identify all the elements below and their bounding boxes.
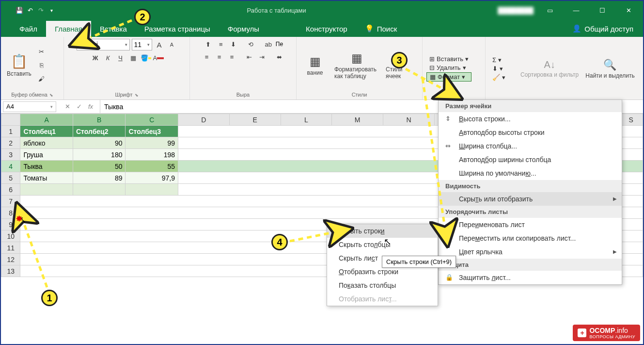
format-painter-icon[interactable]: 🖌 <box>36 74 47 84</box>
tab-home[interactable]: Главная <box>46 21 91 37</box>
autosum-button[interactable]: Σ▾ <box>489 56 508 64</box>
menu-rename-sheet[interactable]: Переименовать лист <box>439 218 622 231</box>
share-button[interactable]: 👤Общий доступ <box>564 20 643 37</box>
col-header[interactable]: E <box>229 114 281 126</box>
font-color-icon[interactable]: A <box>153 52 164 63</box>
indent-dec-icon[interactable]: ⇤ <box>244 51 255 62</box>
cell[interactable]: 99 <box>126 137 178 149</box>
tell-me-search[interactable]: 💡Поиск <box>356 20 406 37</box>
tab-file[interactable]: Файл <box>11 21 46 37</box>
col-header[interactable]: B <box>73 114 126 126</box>
redo-icon[interactable]: ↷ <box>37 6 45 14</box>
col-header[interactable]: S <box>619 114 643 126</box>
row-header[interactable]: 10 <box>1 230 20 242</box>
menu-default-width[interactable]: Ширина по умолчанию... <box>439 166 622 180</box>
cell[interactable]: Столбец1 <box>20 126 73 137</box>
find-select-button[interactable]: 🔍Найти и выделить <box>583 58 636 80</box>
row-header[interactable]: 5 <box>1 172 20 184</box>
enter-formula-icon[interactable]: ✓ <box>74 103 84 110</box>
align-center-icon[interactable]: ≡ <box>214 51 225 62</box>
user-name[interactable]: ████████ <box>498 7 534 14</box>
menu-hide-rows[interactable]: Скрыть строки <box>327 224 438 238</box>
save-icon[interactable]: 💾 <box>16 6 23 14</box>
row-header[interactable]: 12 <box>1 254 20 265</box>
col-header[interactable]: L <box>281 114 332 126</box>
menu-autofit-col[interactable]: Автоподбор ширины столбца <box>439 153 622 166</box>
italic-button[interactable]: К <box>103 52 113 63</box>
menu-col-width[interactable]: ⇔Ширина столбца... <box>439 139 622 153</box>
row-header[interactable]: 6 <box>1 184 20 196</box>
row-header[interactable]: 3 <box>1 149 20 161</box>
qat-more-icon[interactable]: ▾ <box>47 6 55 14</box>
select-all-corner[interactable] <box>1 114 20 126</box>
border-icon[interactable]: ▦ <box>128 52 139 63</box>
align-left-icon[interactable]: ≡ <box>202 51 212 62</box>
menu-show-cols[interactable]: Показать столбцы <box>327 279 438 292</box>
wrap-text-icon[interactable]: ab <box>263 39 274 49</box>
menu-tab-color[interactable]: Цвет ярлычка▶ <box>439 245 622 259</box>
col-header[interactable]: C <box>126 114 178 126</box>
copy-icon[interactable]: ⎘ <box>36 60 47 71</box>
tab-constructor[interactable]: Конструктор <box>297 21 356 37</box>
fx-icon[interactable]: fx <box>85 103 96 110</box>
name-box[interactable]: A4▾ <box>3 101 56 112</box>
tab-insert[interactable]: Вставка <box>91 21 136 37</box>
align-middle-icon[interactable]: ≡ <box>216 39 226 49</box>
menu-protect-sheet[interactable]: 🔒Защитить лист... <box>439 271 622 284</box>
cell[interactable]: 180 <box>73 149 126 161</box>
tab-formulas[interactable]: Формулы <box>219 21 268 37</box>
format-as-table-button[interactable]: ▦Форматировать как таблицу <box>332 50 381 81</box>
row-header[interactable]: 11 <box>1 242 20 254</box>
menu-move-sheet[interactable]: Переместить или скопировать лист... <box>439 231 622 245</box>
fill-color-icon[interactable]: 🪣 <box>141 52 151 63</box>
row-header[interactable]: 7 <box>1 196 20 207</box>
grow-font-icon[interactable]: A <box>154 39 165 50</box>
cells-format-button[interactable]: ▦Формат ▾ <box>426 72 471 82</box>
col-header[interactable]: N <box>383 114 435 126</box>
menu-hide-cols[interactable]: Скрыть столбцы <box>327 238 438 251</box>
undo-icon[interactable]: ↶ <box>26 6 34 14</box>
align-bottom-icon[interactable]: ⬇ <box>228 39 239 49</box>
maximize-icon[interactable]: ☐ <box>593 3 612 17</box>
col-header[interactable]: D <box>178 114 229 126</box>
col-header[interactable]: M <box>332 114 383 126</box>
font-size-combo[interactable]: 11▾ <box>132 39 152 50</box>
cell[interactable]: 89 <box>73 172 126 184</box>
clear-button[interactable]: 🧹▾ <box>489 73 508 82</box>
close-icon[interactable]: ✕ <box>619 3 638 17</box>
cell[interactable]: Тыква <box>20 161 73 172</box>
cell[interactable]: 50 <box>73 161 126 172</box>
cells-delete-button[interactable]: ⊟Удалить ▾ <box>426 64 471 72</box>
cancel-formula-icon[interactable]: ✕ <box>62 103 73 110</box>
shrink-font-icon[interactable]: A <box>167 39 177 50</box>
orientation-icon[interactable]: ⟲ <box>246 39 256 49</box>
row-header[interactable]: 2 <box>1 137 20 149</box>
cell[interactable]: 90 <box>73 137 126 149</box>
minimize-icon[interactable]: — <box>566 3 586 17</box>
cell[interactable]: Столбец3 <box>126 126 178 137</box>
row-header[interactable]: 1 <box>1 126 20 137</box>
indent-inc-icon[interactable]: ⇥ <box>257 51 267 62</box>
tab-layout[interactable]: Разметка страницы <box>136 21 219 37</box>
font-name-combo[interactable]: Calibri▾ <box>77 39 130 50</box>
row-header[interactable]: 4 <box>1 161 20 172</box>
row-header[interactable]: 13 <box>1 265 20 277</box>
cell[interactable]: 198 <box>126 149 178 161</box>
fill-button[interactable]: ⬇▾ <box>489 65 508 73</box>
cell[interactable]: Томаты <box>20 172 73 184</box>
menu-row-height[interactable]: ⇕Высота строки... <box>439 112 622 126</box>
underline-button[interactable]: Ч <box>115 52 126 63</box>
cut-icon[interactable]: ✂ <box>36 47 47 57</box>
sort-filter-button[interactable]: A↓Сортировка и фильтр <box>518 58 581 79</box>
cond-format-button[interactable]: ▦вание <box>300 54 330 77</box>
cell[interactable]: яблоко <box>20 137 73 149</box>
cell[interactable]: 55 <box>126 161 178 172</box>
bold-button[interactable]: Ж <box>90 52 101 63</box>
menu-autofit-row[interactable]: Автоподбор высоты строки <box>439 126 622 139</box>
menu-hide-unhide[interactable]: Скрыть или отобразить▶ <box>439 192 622 206</box>
cell[interactable]: Груша <box>20 149 73 161</box>
align-top-icon[interactable]: ⬆ <box>203 39 214 49</box>
align-right-icon[interactable]: ≡ <box>227 51 237 62</box>
cell[interactable]: Столбец2 <box>73 126 126 137</box>
cells-insert-button[interactable]: ⊞Вставить ▾ <box>426 55 471 63</box>
